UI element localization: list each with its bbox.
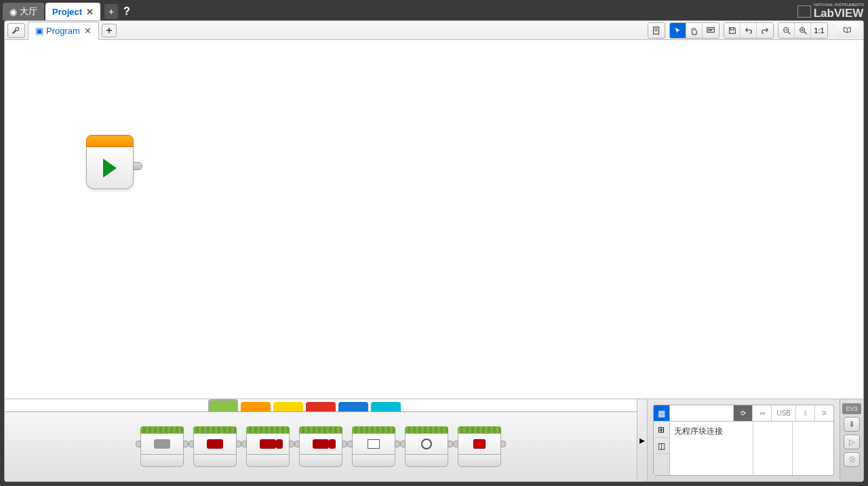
block-sound[interactable]	[405, 426, 448, 467]
category-flow[interactable]	[241, 402, 271, 411]
ev3-controls: EV3 ⬇ ▷ ⧁	[840, 399, 863, 481]
block-move-steering[interactable]	[246, 426, 290, 467]
tank-icon	[313, 439, 329, 449]
brand-logo-area: NATIONAL INSTRUMENTS LabVIEW	[797, 3, 864, 20]
lobby-icon: ◉	[9, 7, 17, 17]
brand-name: LabVIEW	[814, 7, 864, 20]
apps-icon: ◫	[658, 441, 665, 451]
brick-info-tab[interactable]: ▦	[654, 405, 669, 422]
expand-icon: ⇔	[760, 409, 765, 417]
document-button[interactable]	[648, 23, 665, 38]
tab-lobby-label: 大厅	[20, 5, 37, 18]
close-icon[interactable]: ✕	[86, 7, 94, 17]
add-sub-tab-button[interactable]: +	[102, 24, 117, 37]
save-button[interactable]	[724, 23, 741, 38]
status-side-tabs: ▦ ⊞ ◫	[654, 405, 670, 475]
hand-icon	[690, 26, 699, 35]
wrench-icon	[12, 26, 21, 35]
run-selected-button[interactable]: ⧁	[844, 452, 860, 467]
undo-icon	[744, 26, 753, 35]
brick-apps-tab[interactable]: ◫	[654, 438, 669, 454]
block-move-tank[interactable]	[299, 426, 342, 467]
tab-project-label: Project	[52, 7, 82, 17]
sub-tab-program[interactable]: ▣ Program ✕	[28, 22, 99, 40]
sub-tab-label: Program	[46, 26, 80, 36]
category-myblocks[interactable]	[371, 402, 401, 411]
category-action[interactable]	[208, 399, 238, 411]
download-icon: ⬇	[848, 420, 855, 429]
refresh-icon: ⟳	[741, 409, 746, 417]
document-icon	[652, 26, 661, 35]
start-block[interactable]	[86, 135, 134, 189]
comment-icon	[706, 26, 715, 35]
pan-tool[interactable]	[686, 23, 703, 38]
palette-category-tabs	[5, 399, 637, 411]
port-icon: ⊞	[658, 425, 665, 434]
palette-body	[5, 411, 637, 481]
pointer-tool[interactable]	[670, 23, 686, 38]
ni-logo-icon	[797, 5, 811, 18]
palette-area: ▸ ▦ ⊞ ◫ ⟳ ⇔ USB ᛒ ⚞ 无程序块连接	[5, 399, 863, 481]
block-brick-light[interactable]	[458, 426, 501, 467]
redo-button[interactable]	[757, 23, 773, 38]
sub-tab-bar: ▣ Program ✕ +	[5, 21, 863, 40]
refresh-button[interactable]: ⟳	[733, 405, 752, 421]
zoom-out-button[interactable]	[778, 23, 795, 38]
start-block-header	[86, 135, 134, 147]
block-display[interactable]	[352, 426, 395, 467]
right-toolbar: 1:1	[648, 22, 859, 39]
zoom-out-icon	[782, 26, 791, 35]
play-icon	[103, 159, 117, 178]
grid-icon: ▦	[658, 409, 665, 418]
medium-motor-icon	[154, 439, 170, 449]
block-large-motor[interactable]	[193, 426, 237, 467]
pointer-icon	[673, 26, 682, 35]
comment-tool[interactable]	[703, 23, 719, 38]
large-motor-icon	[207, 439, 223, 449]
wifi-icon: ⚞	[821, 409, 827, 417]
svg-rect-1	[707, 28, 715, 33]
bluetooth-button[interactable]: ᛒ	[795, 405, 814, 421]
sound-icon	[421, 439, 432, 449]
usb-button[interactable]: USB	[771, 405, 795, 421]
redo-icon	[760, 26, 770, 35]
brick-light-icon	[473, 439, 486, 449]
steering-icon	[260, 439, 276, 449]
category-advanced[interactable]	[338, 402, 368, 411]
content-editor-button[interactable]	[836, 22, 859, 37]
close-icon[interactable]: ✕	[84, 26, 92, 36]
ev3-label: EV3	[842, 403, 861, 414]
expand-panel-button[interactable]: ▸	[637, 399, 647, 481]
add-tab-button[interactable]: +	[104, 4, 118, 19]
program-icon: ▣	[35, 26, 43, 36]
zoom-in-button[interactable]	[795, 23, 811, 38]
run-button[interactable]: ▷	[844, 434, 860, 449]
run-icon: ▷	[849, 437, 855, 447]
tab-lobby[interactable]: ◉ 大厅	[3, 3, 44, 20]
block-medium-motor[interactable]	[140, 426, 184, 467]
help-button[interactable]: ?	[123, 5, 130, 18]
save-icon	[728, 26, 737, 35]
undo-button[interactable]	[741, 23, 757, 38]
zoom-reset-button[interactable]: 1:1	[811, 23, 827, 38]
download-button[interactable]: ⬇	[844, 417, 860, 432]
category-data[interactable]	[306, 402, 336, 411]
bluetooth-icon: ᛒ	[804, 409, 808, 417]
program-canvas[interactable]	[5, 40, 863, 399]
status-message: 无程序块连接	[670, 422, 834, 441]
run-selected-icon: ⧁	[849, 455, 855, 464]
brick-status-panel: ▦ ⊞ ◫ ⟳ ⇔ USB ᛒ ⚞ 无程序块连接	[647, 399, 840, 481]
tab-project[interactable]: Project ✕	[45, 3, 100, 20]
connector-out[interactable]	[133, 162, 142, 170]
display-icon	[368, 439, 380, 449]
top-tab-bar: ◉ 大厅 Project ✕ + ? NATIONAL INSTRUMENTS …	[0, 0, 868, 20]
expand-conn-button[interactable]: ⇔	[752, 405, 771, 421]
content-area: ▣ Program ✕ +	[4, 20, 864, 482]
properties-button[interactable]	[7, 23, 25, 38]
wifi-button[interactable]: ⚞	[814, 405, 833, 421]
category-sensor[interactable]	[273, 402, 303, 411]
port-view-tab[interactable]: ⊞	[654, 422, 669, 438]
book-icon	[843, 25, 852, 35]
zoom-in-icon	[798, 26, 808, 35]
